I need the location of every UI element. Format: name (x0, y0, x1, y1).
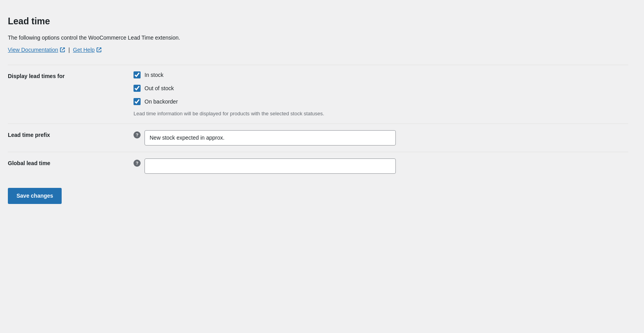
lead-time-prefix-help-icon[interactable]: ? (134, 131, 141, 138)
display-lead-times-content: In stock Out of stock On backorder Lead … (134, 71, 628, 118)
page-description: The following options control the WooCom… (8, 34, 628, 42)
save-changes-button[interactable]: Save changes (8, 188, 62, 204)
checkboxes-and-help: In stock Out of stock On backorder Lead … (134, 71, 324, 118)
global-lead-time-input[interactable] (145, 158, 396, 174)
get-help-link[interactable]: Get Help (73, 47, 102, 53)
checkbox-in-stock-input[interactable] (134, 71, 141, 78)
lead-time-prefix-row: Lead time prefix ? (8, 124, 628, 152)
link-separator: | (68, 47, 70, 53)
lead-time-prefix-content: ? (134, 130, 628, 146)
display-lead-times-help-text: Lead time information will be displayed … (134, 110, 324, 118)
links-row: View Documentation | Get Help (8, 47, 628, 53)
checkbox-on-backorder-label: On backorder (145, 98, 178, 105)
checkbox-on-backorder-input[interactable] (134, 98, 141, 105)
global-lead-time-row: Global lead time ? (8, 152, 628, 180)
external-link-icon (60, 47, 65, 53)
display-lead-times-label: Display lead times for (8, 73, 65, 79)
global-lead-time-label-cell: Global lead time (8, 158, 134, 166)
get-help-label: Get Help (73, 47, 95, 53)
checkboxes-group: In stock Out of stock On backorder (134, 71, 324, 105)
display-lead-times-label-cell: Display lead times for (8, 71, 134, 79)
global-lead-time-label: Global lead time (8, 160, 50, 166)
checkbox-on-backorder[interactable]: On backorder (134, 98, 324, 105)
global-lead-time-content: ? (134, 158, 628, 174)
checkbox-out-of-stock-label: Out of stock (145, 85, 174, 91)
lead-time-prefix-label: Lead time prefix (8, 132, 50, 138)
lead-time-prefix-input[interactable] (145, 130, 396, 146)
global-lead-time-help-icon[interactable]: ? (134, 160, 141, 167)
checkbox-in-stock-label: In stock (145, 72, 163, 78)
external-link-icon-2 (96, 47, 102, 53)
page-title: Lead time (8, 16, 628, 27)
page-container: Lead time The following options control … (8, 12, 628, 208)
view-documentation-label: View Documentation (8, 47, 58, 53)
view-documentation-link[interactable]: View Documentation (8, 47, 65, 53)
checkbox-out-of-stock-input[interactable] (134, 85, 141, 92)
checkbox-out-of-stock[interactable]: Out of stock (134, 85, 324, 92)
display-lead-times-row: Display lead times for In stock Out of s… (8, 65, 628, 124)
lead-time-prefix-label-cell: Lead time prefix (8, 130, 134, 138)
checkbox-in-stock[interactable]: In stock (134, 71, 324, 78)
